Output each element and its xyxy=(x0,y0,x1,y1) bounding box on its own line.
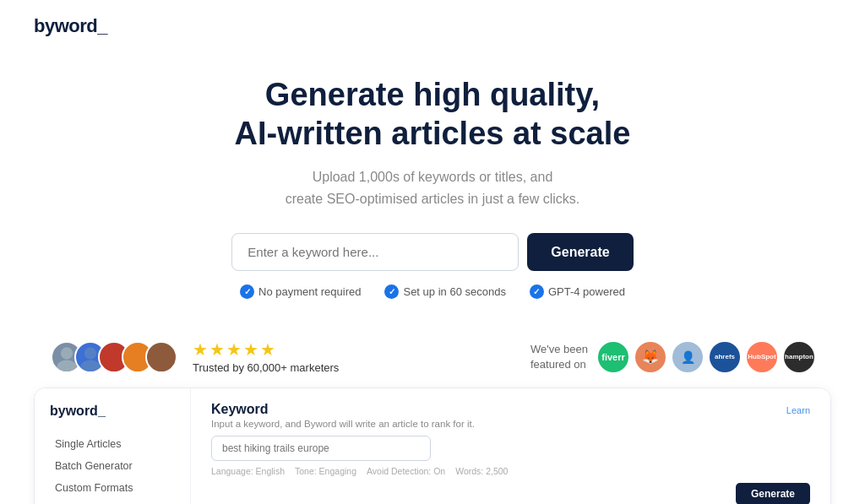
app-meta: Language: English Tone: Engaging Avoid D… xyxy=(211,466,810,476)
app-section-sub: Input a keyword, and Byword will write a… xyxy=(211,419,810,429)
check-icon-2: ✓ xyxy=(384,285,399,299)
app-keyword-input[interactable] xyxy=(211,436,431,461)
app-main: Keyword Learn Input a keyword, and Bywor… xyxy=(191,388,830,504)
svg-point-7 xyxy=(128,360,147,372)
learn-link[interactable]: Learn xyxy=(786,405,810,415)
search-row: Generate xyxy=(17,233,848,271)
hero-section: Generate high quality, AI-written articl… xyxy=(0,52,865,316)
hampton-logo: hampton xyxy=(784,342,814,372)
svg-point-5 xyxy=(104,360,123,372)
app-generate-button[interactable]: Generate xyxy=(736,483,810,504)
avatar-5 xyxy=(145,341,177,373)
check-icon-3: ✓ xyxy=(530,285,544,299)
app-meta-tone: Tone: Engaging xyxy=(295,466,356,476)
badge-label-1: No payment required xyxy=(258,285,361,298)
app-meta-language: Language: English xyxy=(211,466,285,476)
social-right: We've been featured on fiverr 🦊 👤 ahrefs… xyxy=(530,342,814,372)
badge-setup: ✓ Set up in 60 seconds xyxy=(384,285,505,299)
fox-logo: 🦊 xyxy=(635,342,666,372)
sidebar-item-custom-formats[interactable]: Custom Formats xyxy=(50,478,175,498)
social-left: ★★★★★ Trusted by 60,000+ marketers xyxy=(51,339,339,374)
trusted-text: Trusted by 60,000+ marketers xyxy=(193,361,339,374)
svg-point-0 xyxy=(61,347,73,359)
social-proof-section: ★★★★★ Trusted by 60,000+ marketers We've… xyxy=(0,316,865,387)
hubspot-logo: HubSpot xyxy=(747,342,777,372)
svg-point-8 xyxy=(155,347,167,359)
badge-label-2: Set up in 60 seconds xyxy=(403,285,505,298)
svg-point-3 xyxy=(80,360,100,372)
sidebar-item-batch-generator[interactable]: Batch Generator xyxy=(50,456,175,476)
ahrefs-logo: ahrefs xyxy=(710,342,740,372)
hero-subtitle: Upload 1,000s of keywords or titles, and… xyxy=(17,166,848,209)
badge-label-3: GPT-4 powered xyxy=(548,285,625,298)
sidebar-item-integrations[interactable]: Integrations xyxy=(50,500,175,504)
check-icon-1: ✓ xyxy=(240,285,254,299)
app-sidebar: byword_ Single Articles Batch Generator … xyxy=(35,388,191,504)
title-row: Keyword Learn xyxy=(211,402,810,419)
person-logo: 👤 xyxy=(672,342,703,372)
preview-wrapper: byword_ Single Articles Batch Generator … xyxy=(0,387,865,504)
svg-point-4 xyxy=(108,347,120,359)
app-sidebar-logo: byword_ xyxy=(50,404,175,419)
svg-point-6 xyxy=(132,347,144,359)
svg-point-1 xyxy=(57,360,76,372)
fiverr-logo: fiverr xyxy=(598,342,628,372)
app-meta-detection: Avoid Detection: On xyxy=(367,466,445,476)
hero-headline: Generate high quality, AI-written articl… xyxy=(17,76,848,153)
app-preview-card: byword_ Single Articles Batch Generator … xyxy=(34,387,831,504)
keyword-input[interactable] xyxy=(231,233,519,271)
stars-block: ★★★★★ Trusted by 60,000+ marketers xyxy=(193,339,339,374)
svg-point-2 xyxy=(84,347,96,359)
featured-text: We've been featured on xyxy=(530,342,588,372)
sidebar-item-single-articles[interactable]: Single Articles xyxy=(50,434,175,454)
sidebar-nav: Single Articles Batch Generator Custom F… xyxy=(50,434,175,504)
badge-gpt4: ✓ GPT-4 powered xyxy=(530,285,625,299)
avatars-group xyxy=(51,341,177,373)
svg-point-9 xyxy=(151,360,171,372)
generate-button[interactable]: Generate xyxy=(527,233,633,271)
featured-logos: fiverr 🦊 👤 ahrefs HubSpot hampton xyxy=(598,342,814,372)
logo: byword_ xyxy=(34,15,107,37)
app-meta-words: Words: 2,500 xyxy=(455,466,508,476)
header: byword_ xyxy=(0,0,865,52)
badges-row: ✓ No payment required ✓ Set up in 60 sec… xyxy=(17,285,848,299)
badge-no-payment: ✓ No payment required xyxy=(240,285,361,299)
star-rating: ★★★★★ xyxy=(193,339,339,360)
app-section-title: Keyword xyxy=(211,402,269,417)
